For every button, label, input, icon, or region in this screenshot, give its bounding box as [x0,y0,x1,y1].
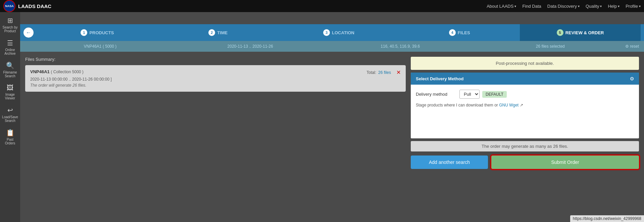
file-card: VNP46A1 ( Collection 5000 ) Total: 26 fi… [25,65,406,92]
wizard-step-time[interactable]: 2 TIME [158,24,279,41]
external-link-icon: ↗ [520,103,523,107]
step-num-4: 4 [449,29,456,36]
action-buttons: Add another search Submit Order [411,156,639,169]
file-card-date: 2020-11-13 00:00:00 .. 2020-11-26 00:00:… [30,77,401,82]
top-nav-right: About LAADS ▾ Find Data Data Discovery ▾… [487,4,641,9]
data-discovery-arrow: ▾ [578,4,580,8]
search-by-product-icon: ⊞ [7,16,13,25]
delivery-section: Select Delivery Method ⊙ Delivery method… [411,73,639,138]
wizard-step-location[interactable]: 3 LOCATION [279,24,399,41]
sidebar-item-image-viewer[interactable]: 🖼 Image Viewer [0,81,20,103]
right-panel: Post-processing not available. Select De… [411,57,639,222]
sidebar-label-search-by-product: Search by Product [1,26,19,33]
wizard-steps: 1 PRODUCTS 2 TIME 3 LOCATION 4 FILES 5 R… [37,24,641,41]
quality-arrow: ▾ [600,4,602,8]
nasa-logo: NASA [3,0,15,12]
step-label-location: LOCATION [332,30,354,35]
wizard-bar: ← 1 PRODUCTS 2 TIME 3 LOCATION 4 FILES 5… [20,24,644,41]
order-summary-bar: The order may generate as many as 26 fil… [411,141,639,151]
step-label-review: REVIEW & ORDER [565,30,604,35]
total-label: Total: [366,70,376,75]
page-body: Files Summary: VNP46A1 ( Collection 5000… [20,52,644,222]
load-save-icon: ↩ [7,106,13,114]
add-another-search-button[interactable]: Add another search [411,156,488,169]
delivery-select-wrap: Pull DEFAULT [459,90,507,99]
wizard-step-files[interactable]: 4 FILES [399,24,520,41]
summary-reset[interactable]: ⚙ reset [625,44,639,49]
summary-product: VNP46A1 ( 5000 ) [25,44,175,49]
delivery-header-label: Select Delivery Method [416,76,463,81]
file-card-close-button[interactable]: ✕ [396,69,401,76]
gnu-wget-link[interactable]: GNU Wget [499,103,518,107]
summary-product-link[interactable]: VNP46A1 ( 5000 ) [84,44,116,49]
help-arrow: ▾ [618,4,620,8]
delivery-desc: Stage products where I can download them… [416,103,634,107]
filename-search-icon: 🔍 [6,61,14,70]
file-card-actions: Total: 26 files ✕ [366,69,401,76]
step-label-products: PRODUCTS [89,30,114,35]
step-num-5: 5 [557,29,563,36]
past-orders-icon: 📋 [6,129,14,137]
file-card-total: Total: 26 files [366,70,391,75]
summary-time: 2020-11-13 .. 2020-11-26 [175,44,325,49]
delivery-row: Delivery method Pull DEFAULT [416,90,634,99]
step-num-3: 3 [323,29,330,36]
delivery-header-icon: ⊙ [630,76,634,81]
summary-bar: VNP46A1 ( 5000 ) 2020-11-13 .. 2020-11-2… [20,41,644,52]
delivery-default-badge: DEFAULT [482,91,507,98]
sidebar-item-past-orders[interactable]: 📋 Past Orders [0,126,20,148]
delivery-body: Delivery method Pull DEFAULT Stage produ… [411,85,639,138]
step-num-2: 2 [208,29,215,36]
summary-location: 116, 40.5, 116.9, 39.6 [325,44,475,49]
left-panel: Files Summary: VNP46A1 ( Collection 5000… [25,57,406,222]
file-card-name: VNP46A1 [30,69,50,74]
sidebar-label-online-archive: Online Archive [1,48,19,55]
sidebar-label-load-save: Load/Save Search [1,115,19,123]
top-nav: NASA LAADS DAAC About LAADS ▾ Find Data … [0,0,644,12]
sidebar-label-filename-search: Filename Search [1,71,19,78]
about-laads-link[interactable]: About LAADS ▾ [487,4,516,9]
sidebar-item-online-archive[interactable]: ☰ Online Archive [0,36,20,58]
logo-area: NASA LAADS DAAC [3,0,51,12]
summary-files: 26 files selected [475,44,625,49]
file-card-desc: The order will generate 26 files. [30,83,401,88]
data-discovery-link[interactable]: Data Discovery ▾ [547,4,580,9]
image-viewer-icon: 🖼 [7,84,13,92]
sidebar-label-image-viewer: Image Viewer [1,93,19,100]
submit-order-button[interactable]: Submit Order [491,156,639,169]
app-title: LAADS DAAC [18,3,51,9]
total-count-link[interactable]: 26 files [378,70,391,75]
online-archive-icon: ☰ [7,39,13,47]
main-content: ← 1 PRODUCTS 2 TIME 3 LOCATION 4 FILES 5… [20,12,644,222]
help-link[interactable]: Help ▾ [608,4,620,9]
wizard-step-review[interactable]: 5 REVIEW & ORDER [520,24,641,41]
find-data-link[interactable]: Find Data [522,4,541,9]
file-card-header: VNP46A1 ( Collection 5000 ) Total: 26 fi… [30,69,401,76]
wizard-back-button[interactable]: ← [23,28,34,38]
file-card-collection: ( Collection 5000 ) [51,70,83,74]
delivery-label: Delivery method [416,92,456,97]
sidebar-item-search-by-product[interactable]: ⊞ Search by Product [0,14,20,36]
file-card-name-area: VNP46A1 ( Collection 5000 ) [30,69,84,74]
quality-link[interactable]: Quality ▾ [586,4,602,9]
wizard-step-products[interactable]: 1 PRODUCTS [37,24,158,41]
step-label-time: TIME [217,30,228,35]
files-summary-title: Files Summary: [25,57,406,62]
sidebar-item-load-save-search[interactable]: ↩ Load/Save Search [0,103,20,125]
delivery-method-select[interactable]: Pull [459,90,480,99]
sidebar-item-filename-search[interactable]: 🔍 Filename Search [0,59,20,81]
profile-arrow: ▾ [639,4,641,8]
reset-gear-icon: ⚙ [625,44,629,49]
about-laads-arrow: ▾ [514,4,516,8]
sidebar: ⊞ Search by Product ☰ Online Archive 🔍 F… [0,12,20,222]
sidebar-label-past-orders: Past Orders [1,138,19,145]
step-label-files: FILES [458,30,470,35]
url-bar: https://blog.csdn.net/weixin_42999968 [570,215,644,222]
delivery-header: Select Delivery Method ⊙ [411,73,639,85]
profile-link[interactable]: Profile ▾ [626,4,641,9]
post-processing-notice: Post-processing not available. [411,57,639,70]
step-num-1: 1 [81,29,87,36]
